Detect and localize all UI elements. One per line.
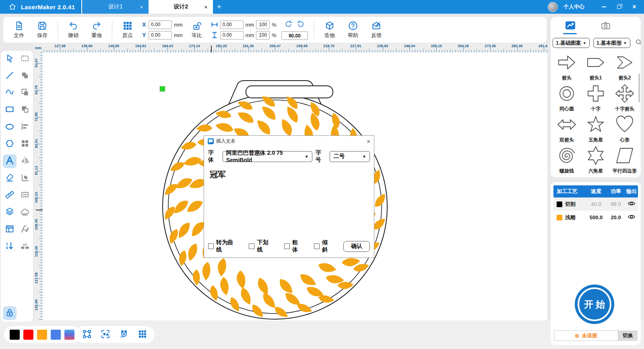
home-icon[interactable] xyxy=(6,3,19,11)
height-input[interactable] xyxy=(220,31,244,39)
file-button[interactable]: 文件 xyxy=(10,21,28,39)
tool-sort[interactable]: 19 xyxy=(3,239,17,253)
shape-item-spiral[interactable]: 螺旋线 xyxy=(552,144,581,175)
color-swatch-2[interactable] xyxy=(23,330,33,340)
checkbox-box[interactable] xyxy=(208,243,214,249)
origin-button[interactable]: 原点 xyxy=(118,21,137,39)
user-center-link[interactable]: 个人中心 xyxy=(564,3,584,10)
process-row-浅雕[interactable]: 浅雕 500.0 20.0 xyxy=(553,211,638,224)
tool-eraser[interactable] xyxy=(3,171,17,185)
process-row-切割[interactable]: 切割 40.0 99.0 xyxy=(553,197,638,211)
y-input[interactable] xyxy=(149,31,172,39)
checkbox-1[interactable]: 转为曲线 xyxy=(208,239,238,253)
tool-curve[interactable] xyxy=(3,86,17,100)
rotate-angle-input[interactable] xyxy=(281,31,308,40)
create-button[interactable]: 造物 xyxy=(320,21,339,39)
shape-item-chevron[interactable]: 箭头2 xyxy=(610,51,639,82)
text-input-area[interactable]: 冠军 xyxy=(204,165,374,239)
magnet-button[interactable] xyxy=(119,329,129,340)
shape-item-arrow-pentagon[interactable]: 箭头1 xyxy=(581,51,610,82)
tool-align[interactable] xyxy=(18,120,32,134)
new-tab-button[interactable]: + xyxy=(213,2,225,11)
tool-lock[interactable] xyxy=(3,306,17,320)
layer-color-swatch[interactable] xyxy=(557,202,562,207)
tab-gallery[interactable] xyxy=(564,21,576,32)
help-button[interactable]: 帮助 xyxy=(344,21,362,39)
category-select-2[interactable]: 1.基本图形 ▼ xyxy=(593,38,630,48)
tool-calligraphy[interactable] xyxy=(18,222,32,236)
shape-item-star5[interactable]: 五角星 xyxy=(581,113,610,144)
shape-item-heart[interactable]: 心形 xyxy=(610,113,639,144)
tool-cloud[interactable] xyxy=(18,206,32,219)
tool-text[interactable] xyxy=(3,154,17,168)
tool-protractor[interactable] xyxy=(18,171,32,185)
shape-item-double-arrow[interactable]: 双箭头 xyxy=(552,113,581,144)
checkbox-box[interactable] xyxy=(314,243,320,249)
switch-device-button[interactable]: 切换 xyxy=(618,330,638,341)
visibility-toggle[interactable] xyxy=(625,199,638,209)
checkbox-box[interactable] xyxy=(284,243,290,249)
color-swatch-1[interactable] xyxy=(10,330,20,340)
checkbox-4[interactable]: 倾斜 xyxy=(314,239,333,253)
x-input[interactable] xyxy=(149,21,172,29)
rotate-ccw-button[interactable] xyxy=(284,20,293,30)
save-button[interactable]: 保存 xyxy=(33,21,52,39)
confirm-button[interactable]: 确认 xyxy=(343,241,370,252)
tool-subtract[interactable] xyxy=(18,103,32,117)
scrollbar-thumb[interactable] xyxy=(638,73,640,102)
tool-break[interactable] xyxy=(18,239,32,253)
connection-status[interactable]: ⊗ 未连接 xyxy=(554,330,618,341)
tool-group[interactable] xyxy=(18,137,32,151)
tool-ellipse[interactable] xyxy=(3,120,17,134)
close-button[interactable]: × xyxy=(631,4,638,10)
width-input[interactable] xyxy=(220,21,244,29)
size-select[interactable]: 二号 ▼ xyxy=(330,151,370,162)
shape-item-partial[interactable] xyxy=(552,175,581,177)
start-button[interactable]: 开始 xyxy=(575,285,614,324)
dialog-close-icon[interactable]: × xyxy=(367,138,370,145)
tool-polygon[interactable] xyxy=(3,137,17,151)
shape-item-concentric[interactable]: 同心圆 xyxy=(552,82,581,113)
visibility-toggle[interactable] xyxy=(625,213,638,222)
color-swatch-5[interactable] xyxy=(64,330,74,340)
tab-design2[interactable]: 设计2 × xyxy=(149,0,213,14)
redo-button[interactable]: 重做 xyxy=(87,21,106,39)
height-percent-input[interactable] xyxy=(256,31,270,39)
feedback-button[interactable]: 反馈 xyxy=(367,21,386,39)
shape-item-partial[interactable] xyxy=(581,175,610,177)
tool-frame[interactable] xyxy=(18,188,32,202)
color-swatch-3[interactable] xyxy=(37,330,47,340)
layer-color-swatch[interactable] xyxy=(557,215,562,220)
checkbox-2[interactable]: 下划线 xyxy=(249,239,274,253)
tool-table[interactable] xyxy=(3,222,17,236)
category-select-1[interactable]: 1.基础图案 ▼ xyxy=(553,38,590,48)
tool-select[interactable] xyxy=(3,52,17,66)
shape-item-parallelogram[interactable]: 平行四边形 xyxy=(610,144,639,175)
shape-item-cross[interactable]: 十字 xyxy=(581,82,610,113)
crop-button[interactable] xyxy=(82,329,92,340)
tool-mirror[interactable] xyxy=(18,154,32,168)
shape-item-cross-arrows[interactable]: 十字箭头 xyxy=(610,82,639,113)
tool-layers[interactable] xyxy=(3,206,17,219)
width-percent-input[interactable] xyxy=(256,21,270,29)
search-icon[interactable] xyxy=(635,38,641,48)
checkbox-box[interactable] xyxy=(249,243,254,249)
tab-camera[interactable] xyxy=(601,21,611,32)
shape-item-star6[interactable]: 六角星 xyxy=(581,144,610,175)
avatar[interactable] xyxy=(548,2,558,12)
dialog-titlebar[interactable]: 插入文本 × xyxy=(204,136,374,147)
checkbox-3[interactable]: 粗体 xyxy=(284,239,303,253)
minimize-button[interactable] xyxy=(601,4,607,10)
close-tab-icon[interactable]: × xyxy=(204,4,208,10)
maximize-button[interactable] xyxy=(616,4,622,10)
rotate-cw-button[interactable] xyxy=(296,20,305,30)
grid9-button[interactable] xyxy=(138,329,147,340)
scan-button[interactable] xyxy=(101,329,110,340)
close-tab-icon[interactable]: × xyxy=(140,4,143,10)
tab-design1[interactable]: 设计1 × xyxy=(82,0,149,14)
tool-clone[interactable] xyxy=(18,86,32,100)
color-swatch-4[interactable] xyxy=(51,330,61,340)
shape-item-arrow-right[interactable]: 箭头 xyxy=(552,51,581,82)
tool-rect[interactable] xyxy=(3,103,17,117)
tool-line[interactable] xyxy=(3,69,17,83)
